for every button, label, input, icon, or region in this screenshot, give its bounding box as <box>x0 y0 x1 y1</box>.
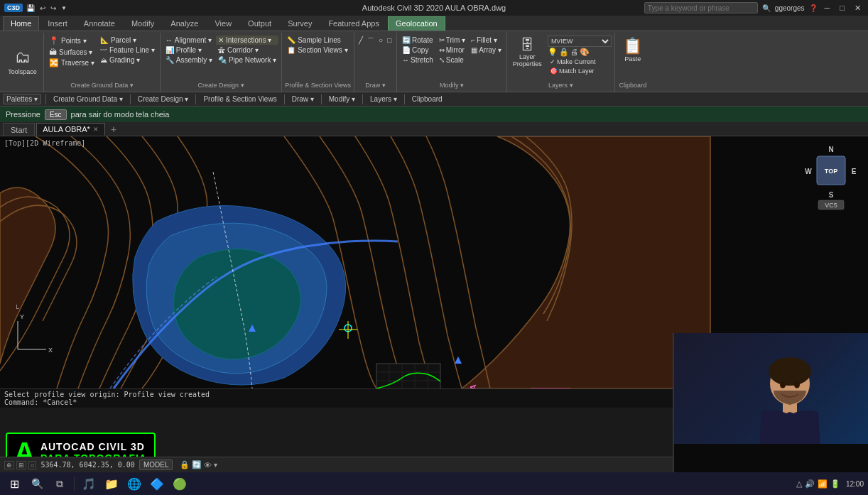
taskbar-app4[interactable]: 🔷 <box>147 474 167 494</box>
tab-home[interactable]: Home <box>3 16 39 31</box>
tray-battery[interactable]: 🔋 <box>830 479 840 489</box>
layer-selector[interactable]: MVIEW <box>548 36 612 47</box>
assembly-icon: 🔧 <box>166 56 174 64</box>
sample-lines-icon: 📏 <box>287 36 295 44</box>
minimize-btn[interactable]: ─ <box>822 4 833 12</box>
status-icon2[interactable]: ⊞ <box>16 461 26 469</box>
section-views-icon: 📋 <box>287 46 295 54</box>
draw-arc-btn[interactable]: ⌒ <box>366 36 376 47</box>
paste-btn[interactable]: 📋 Paste <box>620 36 645 64</box>
make-current-icon: ✓ <box>550 58 555 65</box>
stretch-btn[interactable]: ↔ Stretch <box>400 55 435 65</box>
qat-more[interactable]: ▼ <box>60 5 68 11</box>
maximize-btn[interactable]: □ <box>837 4 847 12</box>
tray-icon1[interactable]: △ <box>796 479 802 489</box>
qat-icon[interactable]: 💾 <box>25 4 36 12</box>
model-space-btn[interactable]: MODEL <box>139 459 173 470</box>
taskbar-app2[interactable]: 📁 <box>102 474 121 494</box>
tab-insert[interactable]: Insert <box>40 16 75 31</box>
taskview-btn[interactable]: ⧉ <box>50 474 70 494</box>
group-label-ground: Create Ground Data ▾ <box>47 82 157 90</box>
escape-key-badge[interactable]: Esc <box>45 109 67 120</box>
tab-analyze[interactable]: Analyze <box>163 16 206 31</box>
palettes-btn[interactable]: Palettes ▾ <box>3 94 41 104</box>
draw-line-btn[interactable]: ╱ <box>357 36 364 45</box>
alignment-btn[interactable]: ↔ Alignment ▾ <box>163 36 215 45</box>
taskbar-tray: △ 🔊 📶 🔋 12:00 <box>796 479 864 489</box>
tray-volume[interactable]: 🔊 <box>805 479 815 489</box>
ground-label-btn[interactable]: Create Ground Data ▾ <box>50 94 126 104</box>
nav-cube[interactable]: TOP N S W E VC5 <box>803 142 859 213</box>
sample-lines-btn[interactable]: 📏 Sample Lines <box>285 36 349 45</box>
surfaces-btn[interactable]: 🏔 Surfaces ▾ <box>47 47 97 57</box>
qat-redo[interactable]: ↪ <box>49 4 58 12</box>
traverse-btn[interactable]: 🔀 Traverse ▾ <box>47 58 97 68</box>
copy-btn[interactable]: 📄 Copy <box>400 45 435 55</box>
status-icon3[interactable]: ○ <box>28 461 36 469</box>
qat-undo[interactable]: ↩ <box>38 4 47 12</box>
draw-label-btn[interactable]: Draw ▾ <box>289 94 317 104</box>
doc-tab-start[interactable]: Start <box>3 123 35 136</box>
doc-close-icon[interactable]: ✕ <box>93 126 99 133</box>
ribbon-group-draw: ╱ ⌒ ○ □ Draw ▾ <box>354 33 397 92</box>
new-tab-btn[interactable]: + <box>107 123 121 136</box>
layer-icon2[interactable]: 🔒 <box>559 48 569 57</box>
scale-btn[interactable]: ⤡ Scale <box>437 55 467 65</box>
tab-modify[interactable]: Modify <box>124 16 162 31</box>
tab-featured-apps[interactable]: Featured Apps <box>320 16 387 31</box>
tray-network[interactable]: 📶 <box>818 479 828 489</box>
layer-properties-btn[interactable]: 🗄 Layer Properties <box>510 36 545 69</box>
status-lock-icon[interactable]: 🔒 <box>180 460 190 469</box>
layers-label-btn[interactable]: Layers ▾ <box>367 94 400 104</box>
taskbar-app5[interactable]: 🟢 <box>170 474 190 494</box>
status-expand-btn[interactable]: ▾ <box>214 461 217 469</box>
tab-annotate[interactable]: Annotate <box>76 16 123 31</box>
layer-icon3[interactable]: 🖨 <box>570 48 578 57</box>
trim-btn[interactable]: ✂ Trim ▾ <box>437 36 467 45</box>
help-icon[interactable]: ❓ <box>809 4 818 12</box>
rotate-btn[interactable]: 🔄 Rotate <box>400 36 435 45</box>
toolspace-btn[interactable]: 🗂 Toolspace <box>4 46 40 77</box>
status-sync-icon[interactable]: 🔄 <box>192 460 202 469</box>
make-current-btn[interactable]: ✓ Make Current <box>548 58 612 66</box>
parcel-btn[interactable]: 📐 Parcel ▾ <box>98 36 157 45</box>
profile-btn[interactable]: 📊 Profile ▾ <box>163 45 215 55</box>
feature-line-btn[interactable]: 〰 Feature Line ▾ <box>98 45 157 55</box>
modify-label-btn[interactable]: Modify ▾ <box>326 94 358 104</box>
array-btn[interactable]: ▦ Array ▾ <box>469 45 504 55</box>
ribbon-group-ground: 📍 Points ▾ 🏔 Surfaces ▾ 🔀 Traverse ▾ 📐 P… <box>44 33 161 92</box>
layer-icon1[interactable]: 💡 <box>548 48 558 57</box>
start-button[interactable]: ⊞ <box>4 474 24 494</box>
design-label-btn[interactable]: Create Design ▾ <box>135 94 192 104</box>
assembly-btn[interactable]: 🔧 Assembly ▾ <box>163 55 215 65</box>
doc-tab-bar: Start AULA OBRA* ✕ + <box>0 122 868 136</box>
layer-icon4[interactable]: 🎨 <box>580 48 590 57</box>
pipe-network-btn[interactable]: 🔩 Pipe Network ▾ <box>216 55 278 65</box>
corridor-btn[interactable]: 🛣 Corridor ▾ <box>216 45 278 55</box>
taskbar-search[interactable]: 🔍 <box>27 474 47 494</box>
profile-label-btn[interactable]: Profile & Section Views <box>200 94 279 104</box>
doc-tab-aula-obra[interactable]: AULA OBRA* ✕ <box>36 123 105 136</box>
fillet-btn[interactable]: ⌐ Fillet ▾ <box>469 36 504 45</box>
intersections-btn[interactable]: ✕ Intersections ▾ <box>216 36 278 45</box>
fillet-icon: ⌐ <box>471 36 475 44</box>
tab-output[interactable]: Output <box>240 16 279 31</box>
tab-geolocation[interactable]: Geolocation <box>388 16 445 31</box>
taskbar-app1[interactable]: 🎵 <box>79 474 99 494</box>
mirror-btn[interactable]: ⇔ Mirror <box>437 45 467 55</box>
draw-circle-btn[interactable]: ○ <box>377 36 384 45</box>
status-icon1[interactable]: ⊕ <box>4 461 14 469</box>
draw-rect-btn[interactable]: □ <box>386 36 393 45</box>
tab-survey[interactable]: Survey <box>280 16 320 31</box>
grading-btn[interactable]: ⛰ Grading ▾ <box>98 55 157 65</box>
status-view-icon[interactable]: 👁 <box>204 461 212 469</box>
taskbar-app3[interactable]: 🌐 <box>124 474 144 494</box>
match-layer-btn[interactable]: 🎯 Match Layer <box>548 67 612 75</box>
close-btn[interactable]: ✕ <box>852 4 864 13</box>
section-views-btn[interactable]: 📋 Section Views ▾ <box>285 45 349 55</box>
search-input[interactable] <box>644 2 758 13</box>
tab-view[interactable]: View <box>207 16 239 31</box>
points-btn[interactable]: 📍 Points ▾ <box>47 36 97 46</box>
statusbar-left-icons: ⊕ ⊞ ○ <box>4 461 36 469</box>
draw-line-icon: ╱ <box>359 36 363 44</box>
